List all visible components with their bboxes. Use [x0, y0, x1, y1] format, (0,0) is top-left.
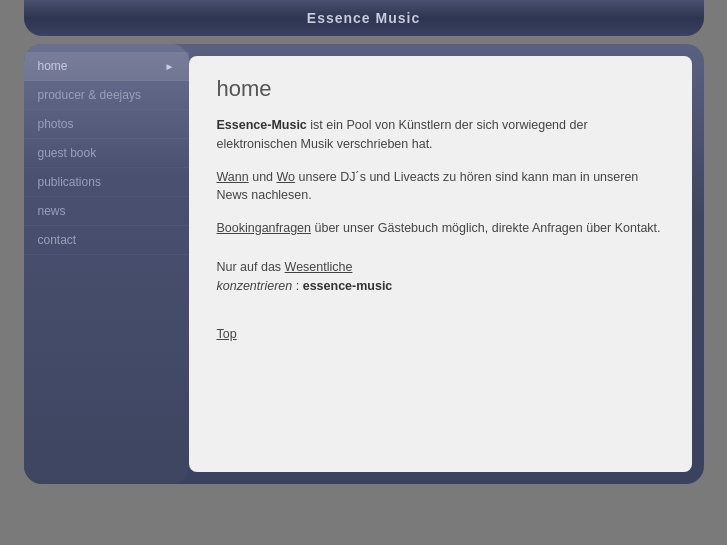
nav-arrow-home: ► — [165, 61, 175, 72]
paragraph-3: Bookinganfragen über unser Gästebuch mög… — [217, 219, 664, 238]
main-container: home ► producer & deejays photos guest b… — [24, 44, 704, 484]
sidebar-item-news-label: news — [38, 204, 66, 218]
brand-name: Essence-Music — [217, 118, 307, 132]
top-link[interactable]: Top — [217, 325, 237, 344]
paragraph-2: Wann und Wo unsere DJ´s und Liveacts zu … — [217, 168, 664, 206]
link-wo[interactable]: Wo — [277, 170, 296, 184]
page-title: home — [217, 76, 664, 102]
paragraph-1: Essence-Music ist ein Pool von Künstlern… — [217, 116, 664, 154]
sidebar-item-photos-label: photos — [38, 117, 74, 131]
link-wann[interactable]: Wann — [217, 170, 249, 184]
content-body: Essence-Music ist ein Pool von Künstlern… — [217, 116, 664, 344]
site-title: Essence Music — [307, 10, 420, 26]
sidebar-item-home[interactable]: home ► — [24, 52, 189, 81]
sidebar-item-guest-book-label: guest book — [38, 146, 97, 160]
paragraph-4-italic: konzentrieren — [217, 279, 293, 293]
sidebar-item-contact[interactable]: contact — [24, 226, 189, 255]
sidebar-item-producer-deejays[interactable]: producer & deejays — [24, 81, 189, 110]
sidebar: home ► producer & deejays photos guest b… — [24, 44, 189, 484]
sidebar-item-guest-book[interactable]: guest book — [24, 139, 189, 168]
paragraph-3-rest: über unser Gästebuch möglich, direkte An… — [315, 221, 661, 235]
paragraph-4-pre: Nur auf das — [217, 260, 285, 274]
sidebar-item-producer-deejays-label: producer & deejays — [38, 88, 141, 102]
sidebar-item-contact-label: contact — [38, 233, 77, 247]
paragraph-4: Nur auf das Wesentliche konzentrieren : … — [217, 258, 664, 296]
paragraph-4-colon: : — [296, 279, 303, 293]
content-area: home Essence-Music ist ein Pool von Küns… — [189, 56, 692, 472]
paragraph-4-bold: essence-music — [303, 279, 393, 293]
sidebar-item-publications-label: publications — [38, 175, 101, 189]
link-bookinganfragen[interactable]: Bookinganfragen — [217, 221, 312, 235]
sidebar-item-photos[interactable]: photos — [24, 110, 189, 139]
sidebar-item-home-label: home — [38, 59, 68, 73]
header-bar: Essence Music — [24, 0, 704, 36]
sidebar-item-news[interactable]: news — [24, 197, 189, 226]
paragraph-2-and: und — [252, 170, 276, 184]
link-wesentliche[interactable]: Wesentliche — [285, 260, 353, 274]
sidebar-item-publications[interactable]: publications — [24, 168, 189, 197]
